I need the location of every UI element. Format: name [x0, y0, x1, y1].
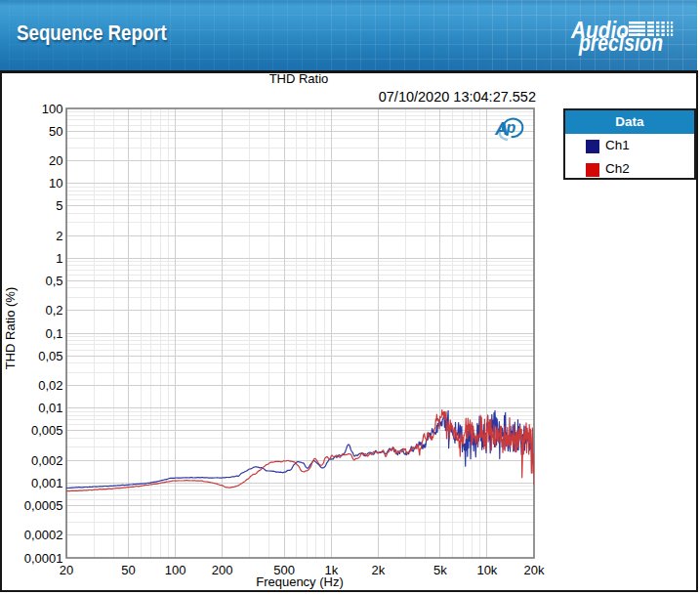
svg-text:0,0002: 0,0002: [24, 528, 63, 542]
svg-text:50: 50: [121, 563, 135, 577]
svg-text:1: 1: [56, 251, 62, 266]
svg-text:p: p: [506, 119, 516, 136]
svg-text:10: 10: [49, 176, 62, 191]
svg-text:0,005: 0,005: [31, 423, 63, 438]
svg-text:0,05: 0,05: [38, 349, 62, 363]
svg-text:500: 500: [273, 563, 295, 577]
svg-text:0,01: 0,01: [38, 401, 62, 415]
svg-text:50: 50: [49, 124, 62, 139]
svg-text:0,1: 0,1: [45, 326, 62, 341]
svg-text:0,2: 0,2: [45, 303, 62, 318]
svg-text:5k: 5k: [433, 563, 447, 577]
svg-text:100: 100: [165, 563, 186, 577]
svg-text:2k: 2k: [371, 563, 385, 577]
svg-text:0,0005: 0,0005: [24, 498, 63, 513]
svg-text:THD Ratio: THD Ratio: [269, 71, 329, 86]
svg-text:0,001: 0,001: [31, 476, 63, 490]
svg-text:200: 200: [212, 563, 233, 577]
svg-text:20: 20: [49, 153, 62, 168]
svg-text:20k: 20k: [524, 563, 545, 577]
svg-text:0,02: 0,02: [38, 378, 62, 393]
svg-text:20: 20: [60, 563, 73, 577]
svg-text:5: 5: [56, 198, 62, 213]
svg-text:0,0001: 0,0001: [24, 551, 63, 566]
svg-text:2: 2: [56, 229, 62, 243]
svg-text:10k: 10k: [476, 563, 497, 577]
svg-text:100: 100: [42, 102, 63, 116]
svg-text:0,5: 0,5: [45, 274, 62, 288]
svg-text:1k: 1k: [324, 563, 338, 577]
svg-text:07/10/2020 13:04:27.552: 07/10/2020 13:04:27.552: [379, 89, 536, 105]
svg-text:0,002: 0,002: [31, 453, 63, 468]
svg-text:THD Ratio (%): THD Ratio (%): [3, 287, 18, 370]
